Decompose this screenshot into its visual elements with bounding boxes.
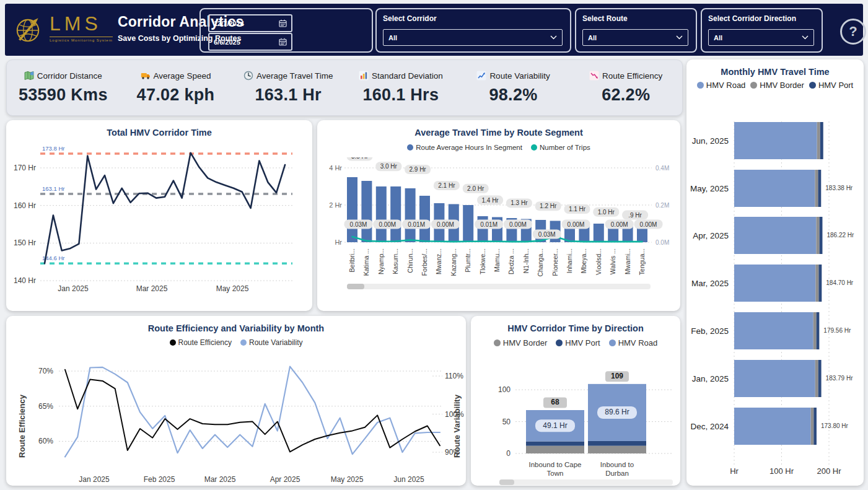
corridor-slicer: Select Corridor All [375,8,571,53]
legend-item[interactable]: HMV Port [556,338,600,348]
chart-title: Average Travel Time by Route Segment [317,120,680,138]
help-button[interactable]: ? [840,19,866,45]
monthly-bar-border[interactable] [815,265,818,302]
segment-bar[interactable] [361,181,372,242]
chart-text: 0.4M [655,165,669,172]
monthly-bar-border[interactable] [815,360,818,397]
legend-item[interactable]: Route Average Hours In Segment [407,144,522,151]
chart-text: 140 Hr [14,276,36,285]
monthly-bar-border[interactable] [816,217,819,254]
trips-label-text: 0.00M [379,221,396,228]
segment-bar[interactable] [390,186,401,242]
road-hours-label-text: 89.6 Hr [605,408,629,416]
kpi-route-efficiency: Route Efficiency 62.2% [569,60,682,115]
legend-item[interactable]: HMV Road [697,81,746,90]
corridor-select-value: All [388,34,397,42]
legend-dot [697,82,704,89]
direction-bar-segment[interactable] [588,441,646,446]
chart-text: 0.2M [655,202,669,209]
x-axis-tick: Jan 2025 [58,284,89,293]
kpi-label: Average Travel Time [256,71,333,81]
legend-item[interactable]: Number of Trips [531,144,590,151]
kpi-band: Corridor Distance 53590 Kms Average Spee… [6,59,683,116]
segment-bar[interactable] [463,205,473,242]
monthly-bar-port[interactable] [818,265,822,302]
monthly-bar-port[interactable] [819,217,822,254]
scrollbar-thumb[interactable] [499,479,514,485]
kpi-value: 62.2% [602,85,650,105]
monthly-bar-road[interactable] [734,312,813,349]
segment-category-label: Mwanz... [435,248,442,274]
month-label: Jun, 2025 [692,136,729,146]
total-hmv-corridor-time-card: Total HMV Corridor Time 140 Hr150 Hr160 … [6,120,312,311]
monthly-bar-port[interactable] [820,122,823,159]
legend-item[interactable]: Route Variability [240,338,302,347]
legend-item[interactable]: HMV Road [609,338,658,348]
scrollbar-thumb[interactable] [347,284,364,289]
x-axis-tick: Jan 2025 [79,475,110,484]
start-date-input[interactable]: 12/7/2024 [208,14,292,32]
legend-item[interactable]: HMV Port [809,81,853,90]
legend-label: HMV Port [818,81,853,90]
monthly-bar-road[interactable] [734,122,817,159]
x-axis-tick: Mar 2025 [204,475,236,484]
month-value-label: 183.38 Hr [825,185,853,191]
segment-category-label: Vioolsd... [595,248,602,275]
monthly-bar-road[interactable] [734,217,816,254]
avg-travel-time-by-segment-card: Average Travel Time by Route Segment Rou… [317,120,680,311]
hour-label-text: 2.0 Hr [467,185,484,192]
monthly-bar-border[interactable] [817,122,820,159]
chart-title: Monthly HMV Travel Time [686,59,864,77]
monthly-bar-port[interactable] [817,312,820,349]
scrollbar-track[interactable] [499,479,673,485]
monthly-chart-legend: HMV RoadHMV BorderHMV Port [686,81,864,90]
route-select[interactable]: All [582,29,688,46]
trips-label-text: 0.01M [408,221,425,228]
reference-line-label: 163.1 Hr [42,185,64,192]
route-slicer: Select Route All [575,8,697,53]
direction-bar-segment[interactable] [526,441,584,445]
corridor-select[interactable]: All [383,29,563,46]
monthly-bar-road[interactable] [734,408,811,445]
segment-category-label: N1-Inh... [522,248,530,273]
chart-title: Total HMV Corridor Time [6,120,312,138]
monthly-bar-road[interactable] [734,170,815,207]
monthly-bar-border[interactable] [815,170,818,207]
segment-bar[interactable] [594,224,604,242]
chart-text: 4 Hr [329,164,342,172]
kpi-value: 98.2% [489,85,537,105]
direction-bar-segment[interactable] [588,446,646,453]
legend-item[interactable]: HMV Border [494,338,548,348]
direction-bar-segment[interactable] [526,446,584,453]
segment-bar[interactable] [405,188,416,242]
hour-label-text: 3.0 Hr [380,163,398,170]
hour-label-text: 1.1 Hr [569,206,586,212]
month-label: Apr, 2025 [693,231,729,240]
month-label: Feb, 2025 [691,326,729,336]
scrollbar-track[interactable] [347,284,651,289]
kpi-average-travel-time: Average Travel Time 163.1 Hr [232,60,344,115]
direction-select[interactable]: All [708,29,814,46]
monthly-bar-road[interactable] [734,360,815,397]
segment-bar[interactable] [347,177,357,242]
x-axis-tick: Feb 2025 [144,475,175,484]
monthly-bar-road[interactable] [734,265,815,302]
end-date-input[interactable]: 6/6/2025 [208,33,292,51]
segment-bar[interactable] [419,196,430,242]
month-label: Jan, 2025 [692,374,729,383]
trips-label-text: 0.03M [538,231,556,238]
monthly-bar-border[interactable] [813,312,817,349]
legend-item[interactable]: Route Efficiency [170,338,232,347]
corridor-time-line [45,153,285,264]
month-label: May, 2025 [690,184,729,193]
segment-bar[interactable] [376,186,387,242]
monthly-bar-border[interactable] [811,408,814,445]
monthly-bar-port[interactable] [818,360,822,397]
legend-label: HMV Road [706,81,746,90]
route-select-value: All [588,34,597,42]
legend-item[interactable]: HMV Border [750,81,804,90]
monthly-bar-port[interactable] [813,408,817,445]
end-date-value: 6/6/2025 [214,38,240,46]
monthly-bar-port[interactable] [818,170,821,207]
chart-text: 150 Hr [14,238,36,247]
